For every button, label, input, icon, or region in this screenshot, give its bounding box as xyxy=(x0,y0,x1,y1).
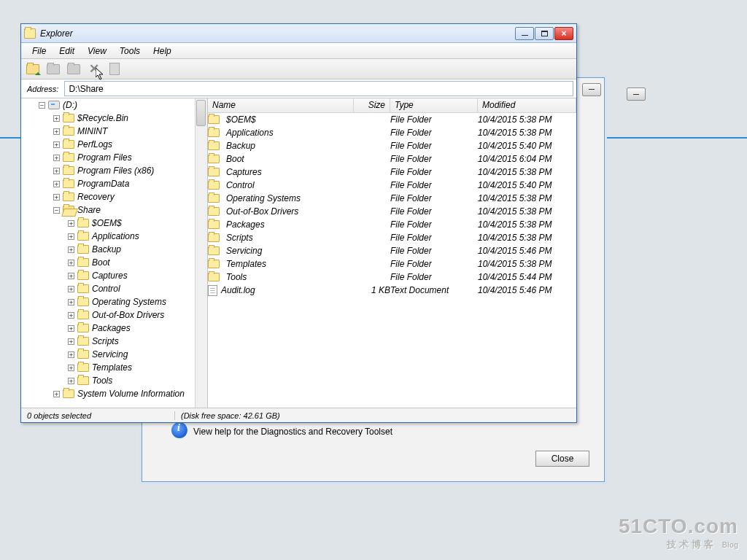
expand-toggle-icon[interactable]: − xyxy=(53,207,60,214)
tree-node[interactable]: −Share xyxy=(21,203,207,217)
file-row[interactable]: Audit.log1 KBText Document10/4/2015 5:46… xyxy=(208,284,576,297)
folder-tree[interactable]: −(D:)+$Recycle.Bin+MININT+PerfLogs+Progr… xyxy=(21,98,208,408)
minimize-button[interactable] xyxy=(515,27,534,40)
tree-node[interactable]: +Program Files (x86) xyxy=(21,164,207,177)
toolbar-delete-button[interactable]: ✕ xyxy=(85,61,104,78)
tree-node[interactable]: +Scripts xyxy=(21,335,207,348)
tree-node[interactable]: +Program Files xyxy=(21,151,207,164)
toolbar-up-button[interactable] xyxy=(23,61,42,78)
tree-node[interactable]: +MININT xyxy=(21,125,207,138)
tree-node[interactable]: +Captures xyxy=(21,269,207,282)
file-row[interactable]: ScriptsFile Folder10/4/2015 5:38 PM xyxy=(208,231,576,244)
tree-label: (D:) xyxy=(63,100,77,110)
expand-toggle-icon[interactable]: + xyxy=(68,378,74,384)
file-row[interactable]: PackagesFile Folder10/4/2015 5:38 PM xyxy=(208,218,576,231)
expand-toggle-icon[interactable]: + xyxy=(53,194,60,201)
delete-icon: ✕ xyxy=(89,61,99,77)
file-row[interactable]: BackupFile Folder10/4/2015 5:40 PM xyxy=(208,139,576,152)
menu-file[interactable]: File xyxy=(26,43,53,58)
tree-node[interactable]: +$OEM$ xyxy=(21,217,207,230)
expand-toggle-icon[interactable]: + xyxy=(53,115,60,122)
tree-node[interactable]: +Applications xyxy=(21,230,207,243)
tree-node[interactable]: +Backup xyxy=(21,243,207,256)
file-row[interactable]: ControlFile Folder10/4/2015 5:40 PM xyxy=(208,179,576,192)
tree-node[interactable]: +ProgramData xyxy=(21,177,207,190)
expand-toggle-icon[interactable]: + xyxy=(68,312,74,319)
expand-toggle-icon[interactable]: − xyxy=(39,102,45,109)
expand-toggle-icon[interactable]: + xyxy=(68,299,74,306)
folder-icon xyxy=(208,273,220,281)
tree-node[interactable]: +System Volume Information xyxy=(21,387,207,400)
expand-toggle-icon[interactable]: + xyxy=(53,181,60,187)
file-name: Boot xyxy=(226,154,244,164)
tree-node[interactable]: +$Recycle.Bin xyxy=(21,112,207,125)
toolbar-btn-3[interactable] xyxy=(64,61,83,78)
tree-label: Boot xyxy=(92,257,110,268)
tree-node[interactable]: +Recovery xyxy=(21,190,207,203)
close-button[interactable]: × xyxy=(554,27,573,40)
tree-node[interactable]: +Packages xyxy=(21,322,207,335)
file-type: Text Document xyxy=(390,285,478,295)
file-row[interactable]: TemplatesFile Folder10/4/2015 5:38 PM xyxy=(208,257,576,271)
expand-toggle-icon[interactable]: + xyxy=(68,273,74,279)
expand-toggle-icon[interactable]: + xyxy=(53,391,60,397)
folder-icon xyxy=(63,140,74,149)
file-row[interactable]: BootFile Folder10/4/2015 6:04 PM xyxy=(208,152,576,166)
tree-node[interactable]: +Out-of-Box Drivers xyxy=(21,308,207,322)
tree-node[interactable]: +Templates xyxy=(21,361,207,374)
expand-toggle-icon[interactable]: + xyxy=(68,338,74,345)
file-row[interactable]: $OEM$File Folder10/4/2015 5:38 PM xyxy=(208,113,576,126)
menu-view[interactable]: View xyxy=(81,43,113,58)
col-size[interactable]: Size xyxy=(354,98,390,112)
expand-toggle-icon[interactable]: + xyxy=(68,325,74,332)
expand-toggle-icon[interactable]: + xyxy=(53,155,60,161)
expand-toggle-icon[interactable]: + xyxy=(68,260,74,266)
tree-label: Templates xyxy=(92,362,132,373)
address-input[interactable] xyxy=(64,81,573,96)
file-row[interactable]: ToolsFile Folder10/4/2015 5:44 PM xyxy=(208,271,576,284)
toolbar-properties-button[interactable] xyxy=(105,61,124,78)
col-name[interactable]: Name xyxy=(208,98,354,112)
col-modified[interactable]: Modified xyxy=(478,98,576,112)
tree-node[interactable]: −(D:) xyxy=(21,98,207,112)
file-type: File Folder xyxy=(390,246,478,256)
bg-dialog-close-icon[interactable] xyxy=(582,83,601,96)
file-row[interactable]: ServicingFile Folder10/4/2015 5:46 PM xyxy=(208,244,576,257)
tree-label: MININT xyxy=(77,126,107,136)
menu-edit[interactable]: Edit xyxy=(53,43,81,58)
file-row[interactable]: ApplicationsFile Folder10/4/2015 5:38 PM xyxy=(208,126,576,139)
floating-close-icon[interactable] xyxy=(627,88,646,101)
expand-toggle-icon[interactable]: + xyxy=(68,365,74,371)
toolbar-btn-2[interactable] xyxy=(44,61,63,78)
status-disk: (Disk free space: 42.61 GB) xyxy=(174,411,286,420)
title-bar[interactable]: Explorer × xyxy=(21,24,576,43)
file-row[interactable]: CapturesFile Folder10/4/2015 5:38 PM xyxy=(208,166,576,179)
expand-toggle-icon[interactable]: + xyxy=(68,286,74,292)
tree-node[interactable]: +Operating Systems xyxy=(21,295,207,308)
col-type[interactable]: Type xyxy=(390,98,478,112)
file-size: 1 KB xyxy=(354,285,390,295)
expand-toggle-icon[interactable]: + xyxy=(68,220,74,227)
bg-close-button[interactable]: Close xyxy=(535,451,589,467)
tree-node[interactable]: +PerfLogs xyxy=(21,138,207,151)
menu-help[interactable]: Help xyxy=(147,43,178,58)
folder-icon xyxy=(208,115,220,124)
expand-toggle-icon[interactable]: + xyxy=(53,168,60,174)
file-list[interactable]: Name Size Type Modified $OEM$File Folder… xyxy=(208,98,576,408)
menu-tools[interactable]: Tools xyxy=(113,43,147,58)
maximize-button[interactable] xyxy=(535,27,554,40)
file-row[interactable]: Operating SystemsFile Folder10/4/2015 5:… xyxy=(208,192,576,205)
tree-node[interactable]: +Control xyxy=(21,282,207,295)
expand-toggle-icon[interactable]: + xyxy=(68,233,74,240)
tree-scrollbar[interactable] xyxy=(195,98,207,408)
file-name: $OEM$ xyxy=(226,114,256,125)
tree-node[interactable]: +Servicing xyxy=(21,348,207,361)
expand-toggle-icon[interactable]: + xyxy=(68,246,74,253)
file-row[interactable]: Out-of-Box DriversFile Folder10/4/2015 5… xyxy=(208,205,576,218)
expand-toggle-icon[interactable]: + xyxy=(53,141,60,148)
tree-node[interactable]: +Tools xyxy=(21,374,207,387)
expand-toggle-icon[interactable]: + xyxy=(53,128,60,135)
expand-toggle-icon[interactable]: + xyxy=(68,351,74,358)
column-headers[interactable]: Name Size Type Modified xyxy=(208,98,576,113)
tree-node[interactable]: +Boot xyxy=(21,256,207,269)
